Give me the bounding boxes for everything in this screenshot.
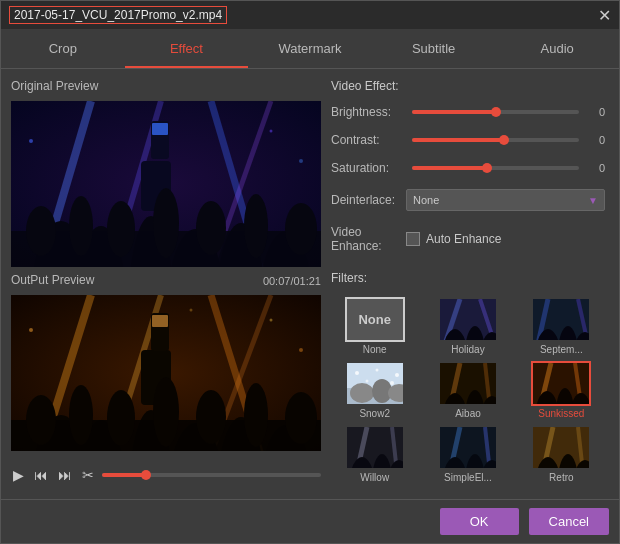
filter-sunkissed-label: Sunkissed xyxy=(538,408,584,419)
filter-simpleel-thumb xyxy=(438,425,498,470)
svg-point-23 xyxy=(270,130,273,133)
contrast-value: 0 xyxy=(585,134,605,146)
deinterlace-label: Deinterlace: xyxy=(331,193,406,207)
filter-willow-label: Willow xyxy=(360,472,389,483)
svg-point-44 xyxy=(196,390,226,444)
original-preview xyxy=(11,101,321,267)
bottom-bar: OK Cancel xyxy=(1,499,619,543)
svg-point-49 xyxy=(299,348,303,352)
svg-point-19 xyxy=(196,201,226,255)
filter-holiday-thumb xyxy=(438,297,498,342)
contrast-label: Contrast: xyxy=(331,133,406,147)
filter-retro[interactable]: Retro xyxy=(518,425,605,483)
cut-button[interactable]: ✂ xyxy=(80,465,96,485)
filter-none-thumb: None xyxy=(345,297,405,342)
svg-point-40 xyxy=(26,395,56,445)
auto-enhance-label: Auto Enhance xyxy=(426,232,501,246)
contrast-slider[interactable] xyxy=(412,138,579,142)
deinterlace-row: Deinterlace: None ▼ xyxy=(331,189,605,211)
main-window: 2017-05-17_VCU_2017Promo_v2.mp4 ✕ Crop E… xyxy=(0,0,620,544)
left-panel: Original Preview xyxy=(11,79,321,489)
progress-thumb xyxy=(141,470,151,480)
svg-point-16 xyxy=(69,196,93,256)
saturation-fill xyxy=(412,166,487,170)
ok-button[interactable]: OK xyxy=(440,508,519,535)
filter-retro-label: Retro xyxy=(549,472,573,483)
svg-point-24 xyxy=(299,159,303,163)
filter-sunkissed[interactable]: Sunkissed xyxy=(518,361,605,419)
saturation-value: 0 xyxy=(585,162,605,174)
progress-track[interactable] xyxy=(102,473,321,477)
original-preview-label: Original Preview xyxy=(11,79,321,93)
filter-snow2-thumb xyxy=(345,361,405,406)
auto-enhance-checkbox[interactable] xyxy=(406,232,420,246)
tab-audio[interactable]: Audio xyxy=(495,29,619,68)
output-preview xyxy=(11,295,321,451)
output-time: 00:07/01:21 xyxy=(263,275,321,287)
filter-holiday-label: Holiday xyxy=(451,344,484,355)
saturation-slider[interactable] xyxy=(412,166,579,170)
output-preview-label: OutPut Preview xyxy=(11,273,94,287)
playback-controls: ▶ ⏮ ⏭ ✂ xyxy=(11,461,321,489)
filter-simpleel-label: SimpleEl... xyxy=(444,472,492,483)
brightness-slider[interactable] xyxy=(412,110,579,114)
tab-subtitle[interactable]: Subtitle xyxy=(372,29,496,68)
tab-bar: Crop Effect Watermark Subtitle Audio xyxy=(1,29,619,69)
svg-point-18 xyxy=(153,188,179,258)
svg-point-46 xyxy=(285,392,317,444)
filter-willow-thumb xyxy=(345,425,405,470)
svg-point-20 xyxy=(244,194,268,258)
filter-september[interactable]: Septem... xyxy=(518,297,605,355)
prev-button[interactable]: ⏮ xyxy=(32,465,50,485)
svg-point-22 xyxy=(29,139,33,143)
filter-snow2[interactable]: Snow2 xyxy=(331,361,418,419)
svg-point-41 xyxy=(69,385,93,445)
svg-point-68 xyxy=(355,371,359,375)
brightness-fill xyxy=(412,110,496,114)
window-title: 2017-05-17_VCU_2017Promo_v2.mp4 xyxy=(9,6,227,24)
next-button[interactable]: ⏭ xyxy=(56,465,74,485)
filter-retro-thumb xyxy=(531,425,591,470)
close-button[interactable]: ✕ xyxy=(598,6,611,25)
filter-none-label: None xyxy=(363,344,387,355)
contrast-row: Contrast: 0 xyxy=(331,133,605,147)
filter-sunkissed-thumb xyxy=(531,361,591,406)
svg-point-45 xyxy=(244,383,268,447)
tab-effect[interactable]: Effect xyxy=(125,29,249,68)
svg-point-43 xyxy=(153,377,179,447)
brightness-label: Brightness: xyxy=(331,105,406,119)
brightness-row: Brightness: 0 xyxy=(331,105,605,119)
filter-simpleel[interactable]: SimpleEl... xyxy=(424,425,511,483)
filter-willow[interactable]: Willow xyxy=(331,425,418,483)
svg-point-17 xyxy=(107,201,135,257)
brightness-thumb xyxy=(491,107,501,117)
video-effect-title: Video Effect: xyxy=(331,79,605,93)
enhance-row: Video Enhance: Auto Enhance xyxy=(331,225,605,253)
filter-september-thumb xyxy=(531,297,591,342)
play-button[interactable]: ▶ xyxy=(11,465,26,485)
right-panel: Video Effect: Brightness: 0 Contrast: xyxy=(331,79,609,489)
enhance-label: Video Enhance: xyxy=(331,225,406,253)
contrast-fill xyxy=(412,138,504,142)
svg-point-72 xyxy=(390,381,394,385)
svg-point-15 xyxy=(26,206,56,256)
main-content: Original Preview xyxy=(1,69,619,499)
filter-holiday[interactable]: Holiday xyxy=(424,297,511,355)
svg-point-50 xyxy=(190,308,193,311)
output-header: OutPut Preview 00:07/01:21 xyxy=(11,273,321,289)
svg-point-42 xyxy=(107,390,135,446)
svg-point-21 xyxy=(285,203,317,255)
saturation-label: Saturation: xyxy=(331,161,406,175)
filter-none[interactable]: None None xyxy=(331,297,418,355)
svg-rect-13 xyxy=(152,123,168,135)
deinterlace-select[interactable]: None ▼ xyxy=(406,189,605,211)
svg-point-71 xyxy=(365,380,368,383)
svg-point-69 xyxy=(375,369,378,372)
svg-point-65 xyxy=(350,383,374,403)
tab-crop[interactable]: Crop xyxy=(1,29,125,68)
filter-aibao[interactable]: Aibao xyxy=(424,361,511,419)
saturation-row: Saturation: 0 xyxy=(331,161,605,175)
svg-rect-38 xyxy=(152,315,168,327)
tab-watermark[interactable]: Watermark xyxy=(248,29,372,68)
cancel-button[interactable]: Cancel xyxy=(529,508,609,535)
